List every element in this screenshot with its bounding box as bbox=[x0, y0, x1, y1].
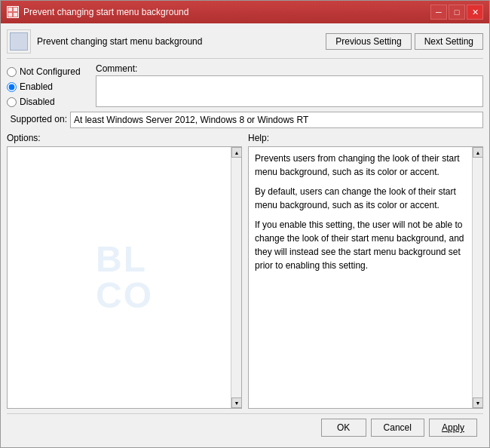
svg-rect-1 bbox=[14, 8, 17, 11]
close-button[interactable]: ✕ bbox=[467, 5, 483, 20]
radio-group: Not Configured Enabled Disabled bbox=[7, 63, 90, 107]
app-icon bbox=[7, 6, 19, 18]
help-text: Prevents users from changing the look of… bbox=[255, 152, 476, 272]
options-scrollbar[interactable]: ▲ ▼ bbox=[231, 147, 241, 408]
help-paragraph-2: By default, users can change the look of… bbox=[255, 185, 476, 212]
previous-setting-button[interactable]: Previous Setting bbox=[326, 33, 411, 50]
options-scroll-thumb bbox=[231, 158, 241, 397]
cancel-button[interactable]: Cancel bbox=[371, 419, 424, 437]
comment-label: Comment: bbox=[96, 63, 483, 74]
title-bar: Prevent changing start menu background ─… bbox=[1, 1, 489, 23]
comment-section: Comment: bbox=[96, 63, 483, 107]
maximize-button[interactable]: □ bbox=[449, 5, 465, 20]
help-label: Help: bbox=[248, 133, 483, 143]
minimize-button[interactable]: ─ bbox=[430, 5, 447, 20]
content-area: Prevent changing start menu background P… bbox=[1, 23, 489, 447]
policy-icon-inner bbox=[10, 32, 28, 51]
options-scroll-down[interactable]: ▼ bbox=[231, 397, 242, 408]
help-scroll-down[interactable]: ▼ bbox=[473, 397, 483, 408]
options-watermark: BLCO bbox=[96, 241, 153, 314]
title-bar-left: Prevent changing start menu background bbox=[7, 6, 188, 18]
enabled-radio[interactable] bbox=[7, 82, 17, 92]
policy-icon bbox=[7, 29, 31, 54]
enabled-label: Enabled bbox=[20, 81, 53, 92]
options-scroll-up[interactable]: ▲ bbox=[231, 147, 242, 158]
help-scroll-thumb bbox=[473, 158, 482, 397]
supported-label: Supported on: bbox=[7, 112, 67, 124]
window-title: Prevent changing start menu background bbox=[23, 7, 188, 17]
disabled-label: Disabled bbox=[20, 97, 55, 107]
supported-row: Supported on: At least Windows Server 20… bbox=[7, 112, 483, 128]
help-paragraph-1: Prevents users from changing the look of… bbox=[255, 152, 476, 179]
top-bar: Prevent changing start menu background P… bbox=[7, 29, 483, 59]
help-scroll-up[interactable]: ▲ bbox=[473, 147, 483, 158]
help-box: Prevents users from changing the look of… bbox=[248, 146, 483, 409]
policy-title-row: Prevent changing start menu background bbox=[7, 29, 202, 54]
help-section: Help: Prevents users from changing the l… bbox=[248, 133, 483, 409]
svg-rect-0 bbox=[8, 8, 12, 11]
main-window: Prevent changing start menu background ─… bbox=[0, 0, 490, 448]
not-configured-radio[interactable] bbox=[7, 67, 17, 77]
not-configured-label: Not Configured bbox=[20, 66, 81, 77]
svg-rect-3 bbox=[14, 13, 17, 17]
help-paragraph-3: If you enable this setting, the user wil… bbox=[255, 218, 476, 272]
disabled-radio[interactable] bbox=[7, 97, 17, 107]
policy-title: Prevent changing start menu background bbox=[37, 36, 202, 47]
disabled-option[interactable]: Disabled bbox=[7, 97, 90, 107]
options-box: BLCO ▲ ▼ bbox=[7, 146, 242, 409]
enabled-option[interactable]: Enabled bbox=[7, 81, 90, 92]
not-configured-option[interactable]: Not Configured bbox=[7, 66, 90, 77]
next-setting-button[interactable]: Next Setting bbox=[415, 33, 483, 50]
supported-value: At least Windows Server 2012, Windows 8 … bbox=[71, 112, 482, 127]
help-scrollbar[interactable]: ▲ ▼ bbox=[472, 147, 482, 408]
bottom-bar: OK Cancel Apply bbox=[7, 413, 483, 441]
nav-buttons: Previous Setting Next Setting bbox=[326, 33, 483, 50]
svg-rect-2 bbox=[8, 13, 12, 17]
options-section: Options: BLCO ▲ ▼ bbox=[7, 133, 242, 409]
title-controls: ─ □ ✕ bbox=[430, 5, 483, 20]
middle-section: Not Configured Enabled Disabled Comment: bbox=[7, 63, 483, 107]
ok-button[interactable]: OK bbox=[321, 419, 366, 437]
supported-wrapper: At least Windows Server 2012, Windows 8 … bbox=[70, 112, 483, 128]
comment-textarea[interactable] bbox=[96, 75, 483, 107]
options-help-row: Options: BLCO ▲ ▼ Help: Prevents users f… bbox=[7, 133, 483, 409]
apply-button[interactable]: Apply bbox=[429, 419, 477, 437]
options-label: Options: bbox=[7, 133, 242, 143]
